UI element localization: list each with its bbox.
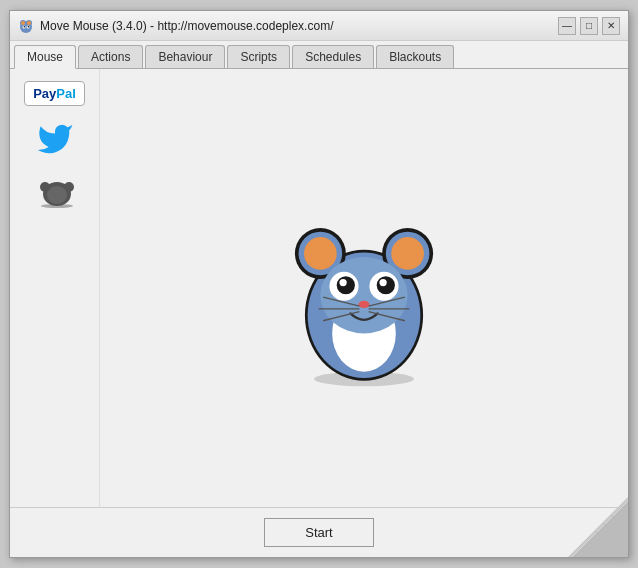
paypal-button[interactable]: PayPal: [24, 81, 85, 106]
tab-actions[interactable]: Actions: [78, 45, 143, 68]
mouse-small-button[interactable]: [37, 180, 73, 204]
svg-point-28: [339, 279, 346, 286]
svg-point-8: [28, 25, 30, 27]
maximize-button[interactable]: □: [580, 17, 598, 35]
tab-mouse[interactable]: Mouse: [14, 45, 76, 69]
sidebar: PayPal: [10, 69, 100, 507]
paypal-pay-text: Pay: [33, 86, 56, 101]
svg-point-29: [377, 276, 395, 294]
content-area: PayPal: [10, 69, 628, 507]
corner-fold: [568, 497, 628, 557]
twitter-icon: [36, 120, 74, 158]
close-button[interactable]: ✕: [602, 17, 620, 35]
twitter-button[interactable]: [36, 120, 74, 166]
footer: Start: [10, 507, 628, 557]
svg-point-13: [47, 186, 67, 204]
main-content: [100, 69, 628, 507]
title-controls: — □ ✕: [558, 17, 620, 35]
svg-point-23: [391, 237, 424, 270]
svg-point-31: [359, 301, 370, 308]
mouse-illustration: [264, 188, 464, 388]
title-bar: Move Mouse (3.4.0) - http://movemouse.co…: [10, 11, 628, 41]
minimize-button[interactable]: —: [558, 17, 576, 35]
svg-point-27: [337, 276, 355, 294]
svg-point-4: [27, 21, 31, 25]
start-button[interactable]: Start: [264, 518, 373, 547]
tab-schedules[interactable]: Schedules: [292, 45, 374, 68]
window-title: Move Mouse (3.4.0) - http://movemouse.co…: [40, 19, 333, 33]
tab-scripts[interactable]: Scripts: [227, 45, 290, 68]
title-bar-left: Move Mouse (3.4.0) - http://movemouse.co…: [18, 18, 333, 34]
app-icon: [18, 18, 34, 34]
svg-point-7: [24, 25, 26, 27]
paypal-pal-text: Pal: [56, 86, 76, 101]
svg-point-3: [21, 21, 25, 25]
mouse-small-icon: [37, 180, 77, 208]
tab-behaviour[interactable]: Behaviour: [145, 45, 225, 68]
app-window: Move Mouse (3.4.0) - http://movemouse.co…: [9, 10, 629, 558]
tab-blackouts[interactable]: Blackouts: [376, 45, 454, 68]
svg-point-30: [379, 279, 386, 286]
svg-point-20: [304, 237, 337, 270]
tab-bar: Mouse Actions Behaviour Scripts Schedule…: [10, 41, 628, 69]
